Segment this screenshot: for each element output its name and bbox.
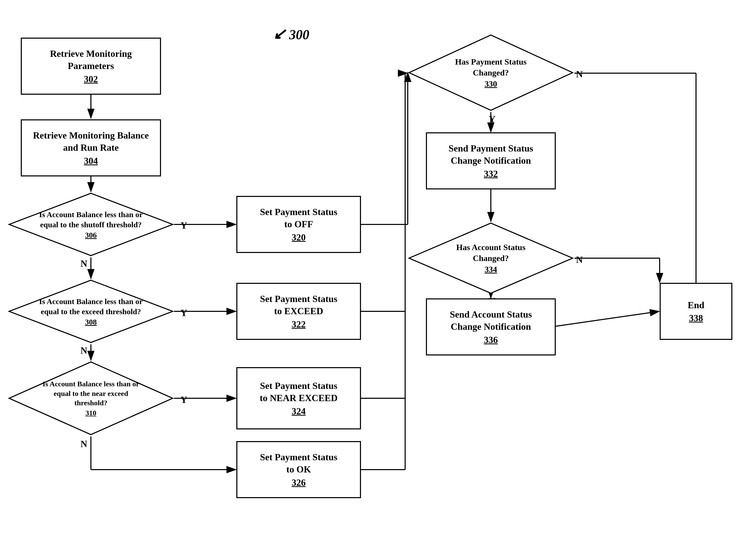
diamond-330-label: Has Payment StatusChanged?: [455, 57, 527, 78]
diagram-title: ↙ 300: [273, 25, 309, 43]
box-326: Set Payment Statusto OK 326: [236, 441, 361, 498]
box-304-num: 304: [84, 155, 98, 166]
box-304: Retrieve Monitoring Balanceand Run Rate …: [21, 119, 161, 177]
box-320: Set Payment Statusto OFF 320: [236, 196, 361, 253]
svg-line-22: [551, 311, 659, 327]
box-332-label: Send Payment StatusChange Notification: [448, 142, 533, 167]
y-label-330: Y: [489, 114, 496, 125]
box-320-num: 320: [292, 232, 306, 243]
box-326-num: 326: [292, 477, 306, 488]
diamond-308: Is Account Balance less than orequal to …: [8, 279, 174, 344]
box-326-label: Set Payment Statusto OK: [260, 451, 337, 476]
box-338-num: 338: [689, 313, 703, 324]
y-label-308: Y: [180, 307, 187, 318]
y-label-310: Y: [180, 394, 187, 405]
diamond-308-num: 308: [85, 318, 97, 326]
box-338-label: End: [688, 299, 704, 311]
diamond-330-num: 330: [485, 79, 497, 89]
box-332-num: 332: [484, 168, 498, 179]
diamond-310: Is Account Balance less than orequal to …: [8, 361, 174, 436]
box-322-label: Set Payment Statusto EXCEED: [260, 293, 337, 317]
n-label-308: N: [80, 345, 87, 356]
diamond-334-label: Has Account StatusChanged?: [456, 242, 526, 264]
box-336-label: Send Account StatusChange Notification: [450, 308, 532, 333]
diamond-310-num: 310: [85, 409, 96, 417]
box-336-num: 336: [484, 334, 498, 345]
box-322-num: 322: [292, 319, 306, 330]
n-label-334: N: [576, 254, 583, 265]
box-322: Set Payment Statusto EXCEED 322: [236, 283, 361, 340]
diamond-306-label: Is Account Balance less than orequal to …: [39, 210, 142, 230]
box-320-label: Set Payment Statusto OFF: [260, 206, 337, 230]
n-label-306: N: [80, 258, 87, 269]
diamond-306: Is Account Balance less than orequal to …: [8, 192, 174, 257]
box-302-label: Retrieve Monitoring Parameters: [26, 48, 156, 72]
box-324-num: 324: [292, 406, 306, 417]
box-332: Send Payment StatusChange Notification 3…: [426, 132, 556, 189]
n-label-330: N: [576, 69, 583, 80]
box-304-label: Retrieve Monitoring Balanceand Run Rate: [33, 129, 149, 154]
box-302-num: 302: [84, 74, 98, 85]
diamond-306-num: 306: [85, 231, 97, 239]
box-302: Retrieve Monitoring Parameters 302: [21, 38, 161, 95]
box-324-label: Set Payment Statusto NEAR EXCEED: [260, 380, 338, 404]
diamond-310-label: Is Account Balance less than orequal to …: [43, 379, 139, 408]
diamond-308-label: Is Account Balance less than orequal to …: [39, 296, 142, 317]
box-324: Set Payment Statusto NEAR EXCEED 324: [236, 367, 361, 429]
diamond-330: Has Payment StatusChanged? 330: [408, 34, 574, 112]
diamond-334: Has Account StatusChanged? 334: [408, 222, 574, 295]
box-338: End 338: [660, 283, 732, 340]
n-label-310: N: [80, 438, 87, 449]
box-336: Send Account StatusChange Notification 3…: [426, 298, 556, 355]
diamond-334-num: 334: [485, 265, 497, 274]
y-label-306: Y: [180, 220, 187, 231]
